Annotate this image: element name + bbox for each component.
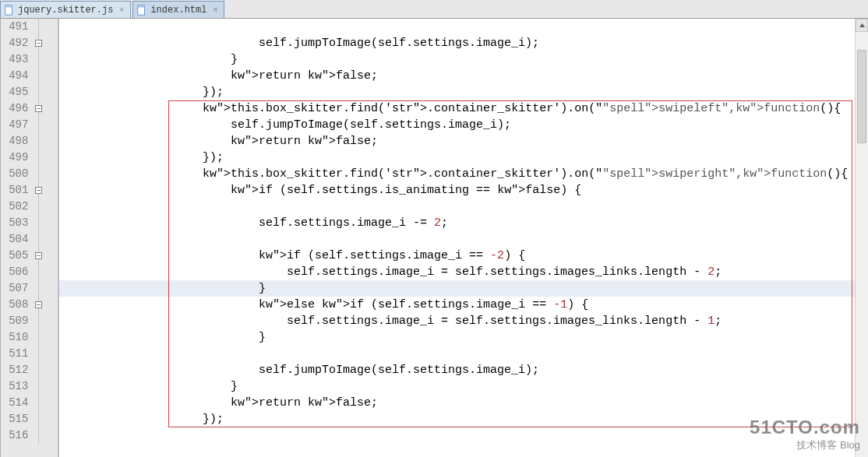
line-number: 497 [1,117,33,133]
code-line[interactable]: self.jumpToImage(self.settings.image_i); [59,362,868,378]
code-line[interactable]: self.settings.image_i = self.settings.im… [59,313,868,329]
line-number: 514 [1,395,33,411]
fold-cell [33,297,58,313]
fold-cell [33,378,58,395]
line-number: 515 [1,411,33,427]
fold-cell [33,166,58,182]
line-number: 501 [1,182,33,199]
scroll-thumb[interactable] [857,50,866,143]
file-js-icon [4,5,15,16]
code-line[interactable]: kw">if (self.settings.image_i == -2) { [59,248,868,264]
code-line[interactable] [59,199,868,215]
fold-cell [33,84,58,100]
fold-cell [33,329,58,346]
fold-cell [33,149,58,166]
fold-cell [33,248,58,264]
code-line[interactable] [59,231,868,248]
line-number: 498 [1,133,33,149]
code-line[interactable]: kw">return kw">false; [59,68,868,84]
fold-cell [33,117,58,133]
fold-toggle-icon[interactable] [35,40,42,47]
file-html-icon [136,5,147,16]
fold-cell [33,313,58,329]
fold-toggle-icon[interactable] [35,187,42,194]
tab-label: jquery.skitter.js [18,5,113,16]
fold-cell [33,362,58,378]
code-line[interactable]: kw">if (self.settings.is_animating == kw… [59,182,868,199]
code-line[interactable]: } [59,51,868,68]
code-line[interactable] [59,19,868,35]
svg-rect-1 [5,5,12,7]
code-editor[interactable]: 4914924934944954964974984995005015025035… [0,19,868,457]
tab-active[interactable]: jquery.skitter.js × [0,1,131,18]
line-number: 505 [1,248,33,264]
fold-toggle-icon[interactable] [35,105,42,112]
line-number: 491 [1,19,33,35]
fold-cell [33,395,58,411]
code-line[interactable]: kw">return kw">false; [59,395,868,411]
code-line[interactable]: kw">return kw">false; [59,133,868,149]
fold-toggle-icon[interactable] [35,301,42,308]
code-line[interactable]: } [59,329,868,346]
code-line[interactable]: }); [59,84,868,100]
line-number: 502 [1,199,33,215]
code-line[interactable]: } [59,280,868,297]
fold-cell [33,427,58,444]
code-line[interactable] [59,346,868,362]
line-number: 508 [1,297,33,313]
code-line[interactable]: self.jumpToImage(self.settings.image_i); [59,35,868,51]
line-number: 506 [1,264,33,280]
fold-cell [33,133,58,149]
fold-cell [33,411,58,427]
fold-toggle-icon[interactable] [35,252,42,259]
svg-rect-3 [138,5,145,7]
fold-cell [33,215,58,231]
line-number: 509 [1,313,33,329]
fold-cell [33,19,58,35]
close-icon[interactable]: × [211,6,219,14]
line-number: 499 [1,149,33,166]
line-number: 493 [1,51,33,68]
line-number: 516 [1,427,33,444]
line-number: 500 [1,166,33,182]
line-number: 495 [1,84,33,100]
fold-cell [33,51,58,68]
line-number: 503 [1,215,33,231]
line-number: 494 [1,68,33,84]
code-line[interactable]: self.jumpToImage(self.settings.image_i); [59,117,868,133]
line-number: 496 [1,100,33,117]
code-line[interactable]: } [59,378,868,395]
fold-cell [33,264,58,280]
fold-cell [33,35,58,51]
tab-label: index.html [150,5,206,16]
code-line[interactable]: }); [59,411,868,427]
line-number: 507 [1,280,33,297]
fold-cell [33,100,58,117]
code-line[interactable]: self.settings.image_i = self.settings.im… [59,264,868,280]
scroll-up-button[interactable] [856,19,868,32]
tab-bar: jquery.skitter.js × index.html × [0,0,868,19]
line-number: 513 [1,378,33,395]
code-line[interactable]: kw">else kw">if (self.settings.image_i =… [59,297,868,313]
fold-cell [33,231,58,248]
line-number: 492 [1,35,33,51]
fold-cell [33,199,58,215]
fold-cell [33,280,58,297]
line-number: 511 [1,346,33,362]
gutter: 4914924934944954964974984995005015025035… [1,19,59,457]
tab-inactive[interactable]: index.html × [132,1,224,18]
code-line[interactable]: }); [59,149,868,166]
line-number: 504 [1,231,33,248]
code-line[interactable]: kw">this.box_skitter.find('str">.contain… [59,166,868,182]
fold-cell [33,346,58,362]
line-number: 512 [1,362,33,378]
vertical-scrollbar[interactable] [855,19,868,457]
fold-cell [33,182,58,199]
close-icon[interactable]: × [118,6,125,14]
code-area[interactable]: self.jumpToImage(self.settings.image_i);… [59,19,868,457]
code-line[interactable]: kw">this.box_skitter.find('str">.contain… [59,100,868,117]
code-line[interactable]: self.settings.image_i -= 2; [59,215,868,231]
line-number: 510 [1,329,33,346]
fold-cell [33,68,58,84]
code-line[interactable] [59,427,868,444]
